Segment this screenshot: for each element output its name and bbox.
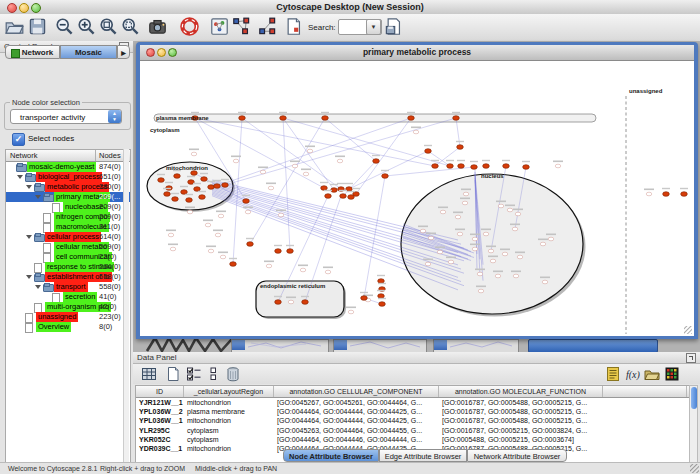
network-node[interactable] <box>194 187 201 192</box>
background-window-3[interactable] <box>433 339 519 353</box>
network-node-unselected[interactable] <box>555 164 561 168</box>
network-node-unselected[interactable] <box>348 310 354 314</box>
background-window-1[interactable] <box>231 339 329 353</box>
network-node[interactable] <box>663 192 670 197</box>
network-node-unselected[interactable] <box>413 130 419 134</box>
tree-row[interactable]: nucleobase-209(0) <box>6 202 130 212</box>
network-node[interactable] <box>382 174 389 179</box>
network-node[interactable] <box>325 194 332 199</box>
browser-tab[interactable]: Network Attribute Browser <box>467 449 567 462</box>
network-node[interactable] <box>247 242 254 247</box>
network-node-unselected[interactable] <box>437 250 443 254</box>
network-node-unselected[interactable] <box>646 192 652 196</box>
disclosure-triangle-icon[interactable] <box>35 285 41 289</box>
network-node[interactable] <box>322 116 329 121</box>
network-node[interactable] <box>348 195 355 200</box>
network-node-unselected[interactable] <box>483 232 489 236</box>
network-node-unselected[interactable] <box>425 262 431 266</box>
float-data-panel-icon[interactable] <box>686 353 696 363</box>
zoom-in-icon[interactable] <box>77 17 96 36</box>
network-node[interactable] <box>321 186 328 191</box>
network-node-unselected[interactable] <box>307 149 313 153</box>
network-node-unselected[interactable] <box>337 159 343 163</box>
network-node[interactable] <box>523 165 530 170</box>
network-node-unselected[interactable] <box>292 164 298 168</box>
table-row[interactable]: YPL036W__2plasma membrane[GO:0044464, GO… <box>136 407 689 416</box>
annotate-icon[interactable] <box>284 17 303 36</box>
attribute-table-header[interactable]: ID_cellularLayoutRegionannotation.GO CEL… <box>136 386 689 398</box>
tree-row[interactable]: cell communicat22(0) <box>6 252 130 262</box>
tree-row[interactable]: unassigned223(0) <box>6 312 130 322</box>
network-node[interactable] <box>378 279 385 284</box>
network-node[interactable] <box>158 178 165 183</box>
help-ring-icon[interactable] <box>180 17 199 36</box>
network-node[interactable] <box>361 296 368 301</box>
network-node-unselected[interactable] <box>498 204 504 208</box>
network-node[interactable] <box>483 164 490 169</box>
tree-row[interactable]: metabolic process280(0) <box>6 182 130 192</box>
network-node[interactable] <box>280 116 287 121</box>
new-page-icon[interactable] <box>165 366 181 382</box>
network-node[interactable] <box>287 249 294 254</box>
network-node-unselected[interactable] <box>513 274 519 278</box>
network-node[interactable] <box>458 164 465 169</box>
search-dropdown-arrow-icon[interactable]: ▼ <box>366 19 381 35</box>
app-resize-grip[interactable] <box>690 464 699 473</box>
network-node[interactable] <box>378 294 385 299</box>
network-node[interactable] <box>208 185 215 190</box>
network-node-unselected[interactable] <box>208 249 214 253</box>
disclosure-triangle-icon[interactable] <box>26 275 32 279</box>
network-node-unselected[interactable] <box>245 210 251 214</box>
network-node-unselected[interactable] <box>495 274 501 278</box>
network-node-unselected[interactable] <box>507 208 513 212</box>
save-icon[interactable] <box>28 17 47 36</box>
tree-row[interactable]: primary metabo209(... <box>6 192 130 202</box>
network-node[interactable] <box>471 165 478 170</box>
browser-tab[interactable]: Edge Attribute Browser <box>379 449 467 462</box>
tree-row[interactable]: Overview8(0) <box>6 322 130 332</box>
network-node[interactable] <box>340 194 347 199</box>
network-node-unselected[interactable] <box>170 247 176 251</box>
network-node-unselected[interactable] <box>490 259 496 263</box>
network-node[interactable] <box>302 300 309 305</box>
network-node[interactable] <box>457 145 464 150</box>
background-window-2[interactable] <box>333 339 427 353</box>
network-node-unselected[interactable] <box>472 237 478 241</box>
heatmap-icon[interactable] <box>664 366 680 382</box>
network-node-unselected[interactable] <box>540 242 546 246</box>
network-node-unselected[interactable] <box>205 223 211 227</box>
network-node-unselected[interactable] <box>477 272 483 276</box>
network-node[interactable] <box>199 195 206 200</box>
network-node-unselected[interactable] <box>300 268 306 272</box>
zoom-actual-icon[interactable] <box>99 17 118 36</box>
open-folder-icon[interactable] <box>5 17 24 36</box>
fx-icon[interactable]: f(x) <box>625 366 641 382</box>
vizmapper-icon[interactable] <box>210 17 229 36</box>
tree-row[interactable]: macromolecule311(0) <box>6 222 130 232</box>
yellow-list-icon[interactable] <box>605 366 621 382</box>
zoom-fit-icon[interactable] <box>121 17 140 36</box>
network-node-unselected[interactable] <box>233 159 239 163</box>
column-header[interactable]: annotation.GO MOLECULAR_FUNCTION <box>439 386 603 397</box>
network-node-unselected[interactable] <box>428 236 434 240</box>
network-node-unselected[interactable] <box>187 210 193 214</box>
network-node[interactable] <box>408 116 415 121</box>
table-matrix-icon[interactable] <box>141 366 157 382</box>
network-node[interactable] <box>172 197 179 202</box>
table-row[interactable]: YKR052Ccytoplasm[GO:0044464, GO:0044446,… <box>136 435 689 444</box>
network-node[interactable] <box>503 164 510 169</box>
network-view-window[interactable]: primary metabolic process plasma membran… <box>136 42 698 339</box>
network-node-unselected[interactable] <box>502 252 508 256</box>
network-node-unselected[interactable] <box>420 229 426 233</box>
tab-mosaic[interactable]: Mosaic <box>60 45 117 59</box>
network-node-unselected[interactable] <box>278 213 284 217</box>
network-node-unselected[interactable] <box>168 233 174 237</box>
network-node-unselected[interactable] <box>268 186 274 190</box>
background-window-bar[interactable] <box>528 339 658 353</box>
folder-small-icon[interactable] <box>644 366 660 382</box>
network-node-unselected[interactable] <box>288 300 294 304</box>
network-node-unselected[interactable] <box>517 255 523 259</box>
tree-row[interactable]: response to stimulu264(0) <box>6 262 130 272</box>
network-node-unselected[interactable] <box>515 212 521 216</box>
network-node-unselected[interactable] <box>325 270 331 274</box>
